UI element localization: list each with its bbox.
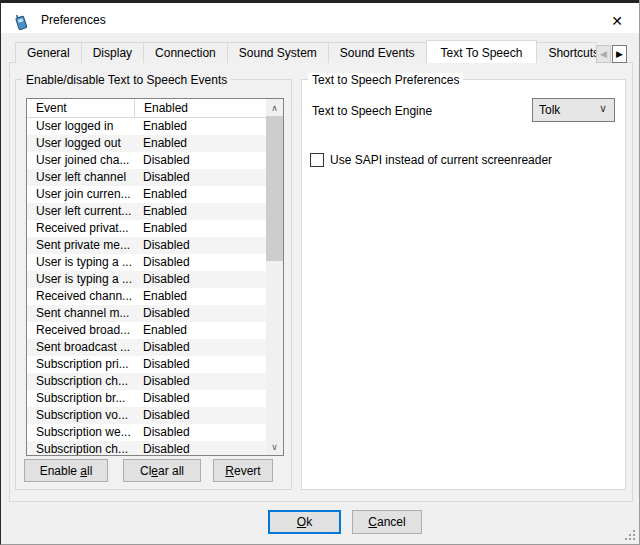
tab-connection[interactable]: Connection xyxy=(143,42,228,63)
label-mnemonic: C xyxy=(368,515,377,529)
label-part: evert xyxy=(234,464,261,478)
event-cell: Subscription vo... xyxy=(27,407,136,424)
status-cell: Disabled xyxy=(136,237,266,254)
event-cell: Subscription br... xyxy=(27,390,136,407)
label-part: ar all xyxy=(158,464,184,478)
status-cell: Disabled xyxy=(136,305,266,322)
scroll-down-icon[interactable]: ∨ xyxy=(266,438,283,455)
enable-all-button[interactable]: Enable all xyxy=(24,459,108,482)
table-row[interactable]: Subscription we... Disabled xyxy=(27,424,266,441)
resize-grip[interactable] xyxy=(623,528,636,541)
table-row[interactable]: Sent broadcast ... Disabled xyxy=(27,339,266,356)
close-icon[interactable]: ✕ xyxy=(605,10,629,32)
event-table[interactable]: Event Enabled User logged in Enabled Use… xyxy=(26,98,284,456)
event-cell: Subscription we... xyxy=(27,424,136,441)
event-cell: Sent broadcast ... xyxy=(27,339,136,356)
status-cell: Enabled xyxy=(136,220,266,237)
table-row[interactable]: Received chann... Enabled xyxy=(27,288,266,305)
status-cell: Disabled xyxy=(136,254,266,271)
sapi-checkbox[interactable] xyxy=(310,153,324,167)
table-row[interactable]: Subscription pri... Disabled xyxy=(27,356,266,373)
column-header-enabled[interactable]: Enabled xyxy=(135,99,266,117)
event-table-body: User logged in Enabled User logged out E… xyxy=(27,118,266,455)
tab-display[interactable]: Display xyxy=(81,42,144,63)
chevron-down-icon: ∨ xyxy=(599,102,607,115)
table-row[interactable]: User logged out Enabled xyxy=(27,135,266,152)
column-header-event[interactable]: Event xyxy=(27,99,135,117)
event-cell: User logged out xyxy=(27,135,136,152)
event-cell: Received chann... xyxy=(27,288,136,305)
status-cell: Disabled xyxy=(136,356,266,373)
table-row[interactable]: User left channel Disabled xyxy=(27,169,266,186)
status-cell: Disabled xyxy=(136,407,266,424)
label-mnemonic: e xyxy=(151,464,158,478)
table-row[interactable]: Subscription vo... Disabled xyxy=(27,407,266,424)
event-cell: Sent private me... xyxy=(27,237,136,254)
event-cell: Sent channel m... xyxy=(27,305,136,322)
table-row[interactable]: Sent channel m... Disabled xyxy=(27,305,266,322)
event-cell: Received broad... xyxy=(27,322,136,339)
scroll-up-icon[interactable]: ∧ xyxy=(266,99,283,116)
event-cell: Received privat... xyxy=(27,220,136,237)
tab-sound-events[interactable]: Sound Events xyxy=(328,42,427,63)
event-table-header[interactable]: Event Enabled xyxy=(27,99,266,118)
label-mnemonic: O xyxy=(297,515,306,529)
label-part: ll xyxy=(87,464,92,478)
tts-preferences-group-title: Text to Speech Preferences xyxy=(308,73,463,87)
table-row[interactable]: User is typing a ... Disabled xyxy=(27,271,266,288)
status-cell: Enabled xyxy=(136,322,266,339)
event-cell: User join curren... xyxy=(27,186,136,203)
preferences-dialog: Preferences ✕ GeneralDisplayConnectionSo… xyxy=(0,0,640,545)
status-cell: Disabled xyxy=(136,152,266,169)
table-row[interactable]: User logged in Enabled xyxy=(27,118,266,135)
tab-text-to-speech[interactable]: Text To Speech xyxy=(426,40,538,63)
status-cell: Disabled xyxy=(136,169,266,186)
label-part: ancel xyxy=(377,515,406,529)
table-row[interactable]: Received privat... Enabled xyxy=(27,220,266,237)
status-cell: Disabled xyxy=(136,424,266,441)
tab-scroll-right-icon[interactable]: ▶ xyxy=(612,45,627,63)
event-cell: Subscription ch... xyxy=(27,441,136,455)
table-row[interactable]: User join curren... Enabled xyxy=(27,186,266,203)
tts-events-group: Enable/disable Text to Speech Events Eve… xyxy=(15,79,292,490)
table-row[interactable]: Subscription br... Disabled xyxy=(27,390,266,407)
tab-scroll-left-icon[interactable]: ◀ xyxy=(596,45,611,63)
status-cell: Enabled xyxy=(136,186,266,203)
table-row[interactable]: Received broad... Enabled xyxy=(27,322,266,339)
event-cell: User is typing a ... xyxy=(27,254,136,271)
revert-button[interactable]: Revert xyxy=(213,459,273,482)
status-cell: Enabled xyxy=(136,135,266,152)
table-row[interactable]: Subscription ch... Disabled xyxy=(27,373,266,390)
tab-general[interactable]: General xyxy=(15,42,82,63)
scrollbar-thumb[interactable] xyxy=(266,116,283,261)
tab-sound-system[interactable]: Sound System xyxy=(227,42,329,63)
window-title: Preferences xyxy=(41,13,106,27)
table-row[interactable]: Subscription ch... Disabled xyxy=(27,441,266,455)
engine-label: Text to Speech Engine xyxy=(312,104,432,118)
event-cell: User left current... xyxy=(27,203,136,220)
status-cell: Enabled xyxy=(136,288,266,305)
table-row[interactable]: User joined cha... Disabled xyxy=(27,152,266,169)
sapi-checkbox-row[interactable]: Use SAPI instead of current screenreader xyxy=(310,153,552,167)
tab-shortcuts[interactable]: Shortcuts xyxy=(536,42,598,63)
event-cell: User left channel xyxy=(27,169,136,186)
ok-button[interactable]: Ok xyxy=(268,510,341,534)
tts-preferences-group: Text to Speech Preferences Text to Speec… xyxy=(301,79,626,490)
event-cell: Subscription pri... xyxy=(27,356,136,373)
tab-bar: GeneralDisplayConnectionSound SystemSoun… xyxy=(15,40,598,63)
event-list-scrollbar[interactable]: ∧ ∨ xyxy=(266,99,283,455)
tts-engine-value: Tolk xyxy=(539,103,560,117)
label-part: Enable xyxy=(40,464,81,478)
tts-engine-select[interactable]: Tolk ∨ xyxy=(532,98,615,122)
cancel-button[interactable]: Cancel xyxy=(352,510,422,534)
label-part: Cl xyxy=(140,464,151,478)
label-mnemonic: R xyxy=(225,464,234,478)
table-row[interactable]: Sent private me... Disabled xyxy=(27,237,266,254)
status-cell: Enabled xyxy=(136,118,266,135)
table-row[interactable]: User is typing a ... Disabled xyxy=(27,254,266,271)
tts-events-group-title: Enable/disable Text to Speech Events xyxy=(22,73,231,87)
event-cell: User logged in xyxy=(27,118,136,135)
titlebar[interactable]: Preferences ✕ xyxy=(1,3,639,33)
clear-all-button[interactable]: Clear all xyxy=(123,459,201,482)
table-row[interactable]: User left current... Enabled xyxy=(27,203,266,220)
